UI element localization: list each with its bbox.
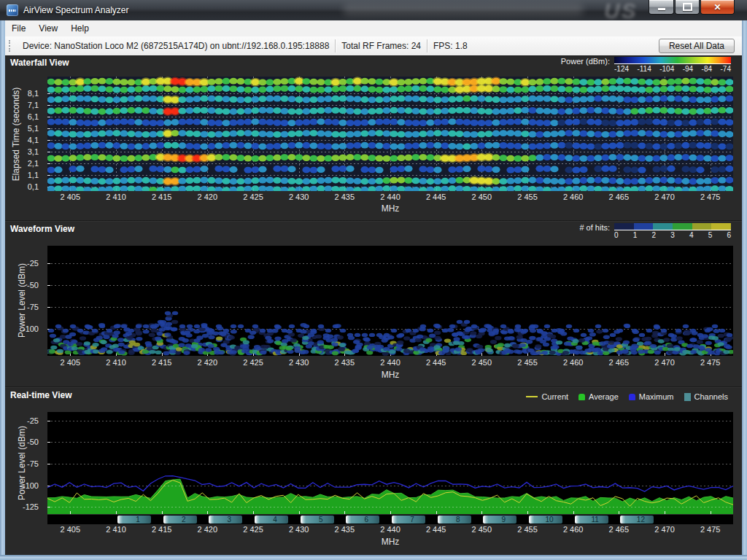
ytick-label: -25	[27, 416, 39, 425]
xtick-label: 2 420	[191, 525, 223, 534]
channel-bar-2: 2	[163, 516, 197, 524]
xtick-label: 2 475	[694, 525, 727, 534]
xtick-label: 2 440	[374, 525, 406, 534]
channel-bar-10: 10	[529, 516, 562, 524]
hits-segment	[711, 223, 731, 230]
waterfall-view-title: Waterfall View	[10, 58, 69, 68]
legend-item-current: Current	[526, 392, 568, 401]
window-border-right	[742, 20, 747, 555]
xtick-label: 2 425	[237, 358, 269, 367]
waveform-xlabel: MHz	[47, 370, 733, 380]
ytick-label: 6,1	[28, 112, 39, 121]
legend-tick: 4	[689, 231, 694, 239]
xtick-label: 2 470	[649, 525, 681, 534]
legend-tick: 0	[614, 231, 619, 239]
toolbar-grip-icon	[9, 40, 12, 52]
power-legend-ticks: -124-114-104-94-84-74	[614, 65, 731, 73]
legend-tick: -104	[659, 65, 674, 73]
legend-tick: -94	[683, 65, 693, 73]
maximum-marker-icon	[629, 394, 635, 400]
legend-tick: 6	[727, 231, 731, 239]
hits-segment	[653, 223, 673, 230]
device-status: Device: NanoStation Loco M2 (6872515A174…	[17, 41, 335, 51]
channel-number: 2	[174, 516, 186, 524]
ytick-label: -50	[27, 281, 39, 289]
waveform-ytick-labels: -25-50-75-100	[0, 246, 42, 356]
xtick-label: 2 435	[328, 358, 360, 367]
xtick-label: 2 430	[283, 192, 315, 201]
channel-bar-6: 6	[346, 516, 379, 524]
legend-item-average: Average	[578, 392, 619, 401]
channel-number: 5	[311, 516, 323, 524]
xtick-label: 2 410	[100, 525, 132, 534]
realtime-view-title: Real-time View	[10, 390, 71, 400]
xtick-label: 2 465	[603, 525, 635, 534]
xtick-label: 2 450	[465, 525, 498, 534]
fps-status: FPS: 1.8	[427, 41, 473, 51]
menu-view[interactable]: View	[32, 21, 64, 36]
xtick-label: 2 415	[146, 192, 178, 201]
legend-item-label: Maximum	[639, 392, 674, 401]
legend-item-label: Average	[589, 392, 619, 401]
waterfall-ytick-labels: 8,17,16,15,14,13,12,11,10,1	[0, 77, 42, 191]
ytick-label: 4,1	[28, 136, 39, 144]
app-icon	[7, 4, 18, 16]
power-gradient-bar	[614, 57, 731, 64]
xtick-label: 2 460	[557, 358, 589, 367]
close-icon: ✕	[713, 3, 721, 12]
xtick-label: 2 455	[511, 192, 543, 201]
legend-item-label: Channels	[694, 392, 728, 401]
hits-segment	[634, 223, 654, 230]
minimize-button[interactable]	[649, 0, 674, 15]
window-title: AirView Spectrum Analyzer	[23, 5, 129, 15]
legend-item-label: Current	[541, 392, 568, 401]
xtick-label: 2 445	[420, 525, 452, 534]
maximize-button[interactable]	[675, 0, 700, 15]
xtick-label: 2 430	[283, 525, 315, 534]
waterfall-xlabel: MHz	[47, 203, 733, 214]
waveform-view-title: Waveform View	[10, 224, 74, 234]
realtime-xtick-labels: 2 4052 4102 4152 4202 4252 4302 4352 440…	[47, 525, 733, 534]
realtime-xlabel: MHz	[47, 537, 733, 547]
xtick-label: 2 425	[237, 192, 269, 201]
ytick-label: -100	[23, 324, 39, 333]
waterfall-plot	[47, 77, 733, 191]
channel-bar-7: 7	[392, 516, 425, 524]
panel-separator	[5, 386, 742, 388]
ytick-label: 7,1	[28, 101, 39, 109]
xtick-label: 2 425	[237, 525, 269, 534]
channel-number: 7	[403, 516, 414, 524]
power-legend-label: Power (dBm):	[561, 57, 610, 66]
channel-number: 3	[220, 516, 232, 524]
menu-file[interactable]: File	[5, 21, 32, 36]
channel-number: 4	[266, 516, 277, 524]
legend-item-channels: Channels	[684, 392, 728, 401]
current-marker-icon	[526, 396, 538, 397]
menu-help[interactable]: Help	[64, 21, 96, 36]
average-marker-icon	[578, 394, 585, 400]
channel-bar-11: 11	[575, 516, 608, 524]
xtick-label: 2 450	[465, 358, 498, 367]
channel-number: 9	[495, 516, 506, 524]
xtick-label: 2 455	[511, 525, 543, 534]
xtick-label: 2 410	[100, 358, 132, 367]
ytick-label: 2,1	[28, 159, 39, 168]
reset-all-data-button[interactable]: Reset All Data	[659, 39, 735, 53]
xtick-label: 2 410	[100, 192, 132, 201]
close-button[interactable]: ✕	[700, 0, 735, 15]
xtick-label: 2 455	[511, 358, 543, 367]
channel-bar-8: 8	[438, 516, 471, 524]
ytick-label: 5,1	[28, 124, 39, 133]
channel-strip: 123456789101112	[47, 515, 733, 524]
ytick-label: -100	[23, 481, 39, 490]
legend-tick: 1	[633, 231, 638, 239]
xtick-label: 2 415	[146, 525, 178, 534]
channel-bar-4: 4	[255, 516, 288, 524]
waveform-plot	[47, 246, 733, 356]
xtick-label: 2 445	[420, 358, 452, 367]
xtick-label: 2 470	[649, 358, 681, 367]
panel-separator	[5, 220, 742, 222]
xtick-label: 2 460	[557, 525, 589, 534]
xtick-label: 2 475	[694, 358, 727, 367]
realtime-ytick-labels: -25-50-75-100-125	[0, 412, 42, 514]
